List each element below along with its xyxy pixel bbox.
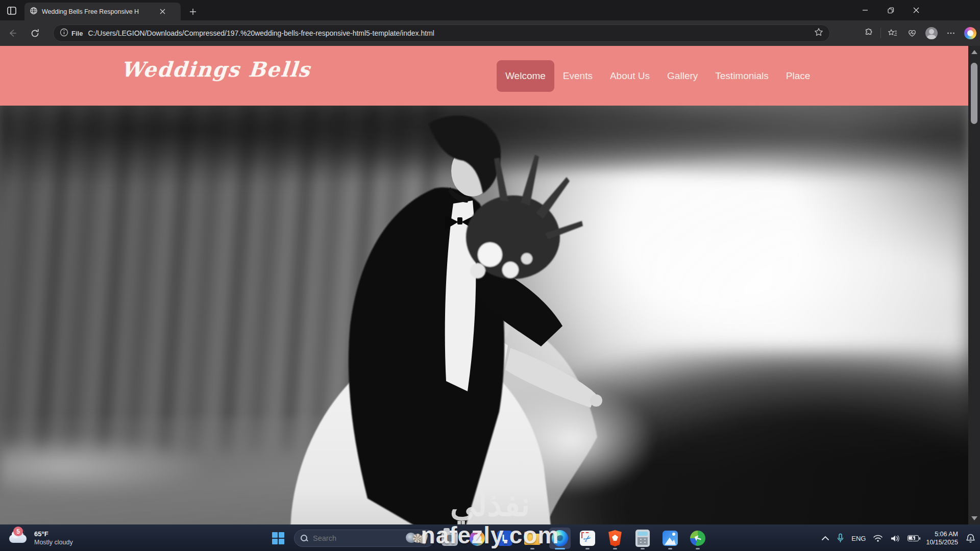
wifi-icon[interactable]: [873, 534, 883, 542]
url-scheme-label: File: [71, 30, 83, 37]
calculator-icon: [635, 530, 650, 547]
browser-essentials-icon[interactable]: [904, 25, 920, 41]
brave-icon: [608, 530, 622, 546]
favorites-bar-icon[interactable]: [885, 25, 901, 41]
tab-title: Wedding Bells Free Responsive H: [42, 8, 153, 15]
page-scrollbar[interactable]: [968, 46, 980, 524]
weather-cloud-moon-icon: 5: [8, 529, 30, 548]
copilot-app-icon: [470, 531, 485, 546]
site-logo[interactable]: Weddings Bells: [120, 57, 311, 81]
new-tab-button[interactable]: [186, 5, 200, 19]
volume-icon[interactable]: [890, 534, 900, 543]
tray-date: 10/15/2025: [926, 538, 958, 546]
nav-item-testimonials[interactable]: Testimonials: [706, 60, 777, 92]
back-icon[interactable]: [5, 26, 19, 40]
edge-icon: [552, 530, 568, 546]
site-header: Weddings Bells Welcome Events About Us G…: [0, 46, 968, 106]
search-input[interactable]: [313, 534, 400, 542]
nav-item-gallery[interactable]: Gallery: [658, 60, 706, 92]
favorite-star-icon[interactable]: [814, 28, 823, 39]
tray-clock[interactable]: 5:06 AM 10/15/2025: [926, 530, 958, 546]
copilot-icon[interactable]: [962, 25, 978, 41]
tray-time: 5:06 AM: [926, 530, 958, 538]
tray-chevron-up-icon[interactable]: [821, 536, 829, 541]
taskbar-app-l[interactable]: L: [494, 528, 516, 549]
windows-logo-icon: [272, 532, 284, 544]
site-nav: Welcome Events About Us Gallery Testimon…: [497, 60, 819, 92]
taskbar-app-idm[interactable]: [687, 528, 708, 549]
globe-icon: [30, 7, 38, 17]
browser-tab[interactable]: Wedding Bells Free Responsive H: [24, 3, 181, 20]
nav-item-about-us[interactable]: About Us: [601, 60, 658, 92]
tab-actions-menu-icon[interactable]: [3, 3, 20, 18]
nav-item-place[interactable]: Place: [777, 60, 819, 92]
url-text[interactable]: C:/Users/LEGION/Downloads/Compressed/197…: [88, 29, 814, 37]
scrollbar-thumb[interactable]: [971, 63, 977, 124]
start-button[interactable]: [269, 529, 287, 547]
browser-toolbar: File C:/Users/LEGION/Downloads/Compresse…: [0, 20, 980, 46]
taskbar: 5 65°F Mostly cloudy L ✂: [0, 524, 980, 551]
search-highlight-image[interactable]: [406, 532, 428, 545]
weather-badge: 5: [13, 527, 23, 536]
refresh-icon[interactable]: [28, 26, 42, 40]
restore-button[interactable]: [878, 0, 903, 20]
camera-app-icon: [442, 531, 458, 546]
taskbar-app-capture[interactable]: [439, 528, 460, 549]
taskbar-app-brave[interactable]: [604, 528, 626, 549]
taskbar-search[interactable]: [294, 530, 435, 547]
taskbar-app-edge[interactable]: [549, 528, 571, 549]
profile-avatar[interactable]: [923, 25, 940, 41]
taskbar-app-snipping-tool[interactable]: ✂: [577, 528, 598, 549]
scrollbar-down-arrow[interactable]: [971, 516, 977, 520]
battery-charging-icon[interactable]: [908, 535, 919, 541]
weather-widget[interactable]: 5 65°F Mostly cloudy: [4, 527, 77, 550]
hero-photo: [0, 106, 968, 551]
weather-temp: 65°F: [34, 530, 73, 538]
l-app-icon: L: [497, 531, 512, 546]
wedding-couple-photo: [0, 106, 968, 551]
close-window-button[interactable]: [903, 0, 929, 20]
site-info-icon[interactable]: [60, 28, 68, 39]
weather-condition: Mostly cloudy: [34, 538, 73, 546]
tab-close-icon[interactable]: [157, 7, 167, 17]
settings-more-icon[interactable]: [943, 25, 959, 41]
taskbar-app-file-explorer[interactable]: [522, 528, 543, 549]
search-icon: [301, 535, 308, 542]
notification-dnd-bell-icon[interactable]: z: [965, 533, 976, 544]
taskbar-app-photos[interactable]: [659, 528, 681, 549]
minimize-button[interactable]: [852, 0, 878, 20]
taskbar-app-copilot[interactable]: [467, 528, 488, 549]
photos-icon: [663, 531, 678, 546]
nav-item-events[interactable]: Events: [554, 60, 601, 92]
couple-silhouette: [214, 106, 623, 551]
screen: Wedding Bells Free Responsive H: [0, 0, 980, 551]
file-explorer-icon: [524, 532, 541, 545]
browser-tabstrip: Wedding Bells Free Responsive H: [0, 0, 980, 20]
address-bar[interactable]: File C:/Users/LEGION/Downloads/Compresse…: [53, 24, 830, 42]
taskbar-app-calculator[interactable]: [632, 528, 653, 549]
extensions-puzzle-icon[interactable]: [861, 25, 877, 41]
scrollbar-up-arrow[interactable]: [971, 50, 977, 54]
language-indicator[interactable]: ENG: [851, 535, 866, 542]
idm-icon: [690, 531, 705, 546]
dnd-z-glyph: z: [970, 535, 972, 540]
toolbar-separator: [880, 28, 881, 38]
nav-item-welcome[interactable]: Welcome: [497, 60, 554, 92]
microphone-icon[interactable]: [837, 533, 844, 543]
snipping-tool-icon: ✂: [580, 531, 595, 546]
